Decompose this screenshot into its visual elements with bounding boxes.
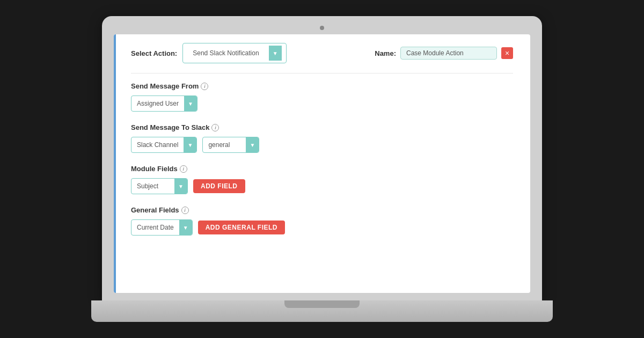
send-message-to-slack-section: Send Message To Slack i Slack Channel ▼ …: [131, 123, 513, 153]
module-fields-section: Module Fields i Subject ▼ ADD FIELD: [131, 165, 513, 194]
module-fields-row: Subject ▼ ADD FIELD: [131, 178, 513, 194]
slack-channel-dropdown[interactable]: Slack Channel ▼: [131, 137, 197, 153]
close-button[interactable]: ×: [501, 47, 513, 59]
general-fields-dropdown[interactable]: Current Date ▼: [131, 219, 193, 236]
main-content: Select Action: Send Slack Notification ▼…: [114, 34, 530, 293]
send-message-to-slack-info-icon[interactable]: i: [211, 124, 219, 131]
general-fields-value: Current Date: [131, 221, 179, 234]
general-fields-caret-icon: ▼: [179, 220, 192, 235]
module-fields-dropdown[interactable]: Subject ▼: [131, 178, 188, 194]
laptop-base: [91, 300, 553, 322]
add-field-button[interactable]: ADD FIELD: [193, 179, 245, 193]
send-message-to-slack-fields: Slack Channel ▼ general ▼: [131, 137, 513, 153]
top-row: Select Action: Send Slack Notification ▼…: [131, 43, 513, 63]
general-fields-row: Current Date ▼ ADD GENERAL FIELD: [131, 219, 513, 236]
slack-channel-name-caret-icon: ▼: [246, 137, 259, 152]
select-action-label: Select Action:: [131, 49, 177, 57]
module-fields-info-icon[interactable]: i: [180, 165, 187, 173]
name-group: Name: ×: [375, 47, 513, 60]
send-message-from-value: Assigned User: [131, 97, 184, 110]
select-action-group: Select Action: Send Slack Notification ▼: [131, 43, 287, 63]
select-action-value: Send Slack Notification: [187, 47, 264, 60]
general-fields-title: General Fields i: [131, 206, 513, 214]
module-fields-title: Module Fields i: [131, 165, 513, 173]
slack-channel-name-value: general: [203, 138, 246, 151]
divider: [131, 73, 513, 74]
send-message-from-dropdown[interactable]: Assigned User ▼: [131, 95, 197, 112]
general-fields-info-icon[interactable]: i: [181, 207, 189, 214]
module-fields-value: Subject: [131, 180, 174, 193]
laptop-camera: [320, 26, 324, 30]
select-action-dropdown[interactable]: Send Slack Notification ▼: [182, 43, 286, 63]
name-input[interactable]: [400, 47, 497, 60]
send-message-from-caret-icon: ▼: [184, 96, 197, 111]
send-message-from-fields: Assigned User ▼: [131, 95, 513, 112]
slack-channel-name-dropdown[interactable]: general ▼: [202, 137, 259, 153]
send-message-from-section: Send Message From i Assigned User ▼: [131, 82, 513, 112]
select-action-caret-icon: ▼: [269, 46, 282, 61]
add-general-field-button[interactable]: ADD GENERAL FIELD: [198, 221, 285, 234]
slack-channel-value: Slack Channel: [131, 138, 184, 151]
name-label: Name:: [375, 49, 396, 57]
send-message-from-info-icon[interactable]: i: [201, 83, 208, 90]
slack-channel-caret-icon: ▼: [184, 137, 196, 152]
send-message-to-slack-title: Send Message To Slack i: [131, 123, 513, 131]
left-bar: [114, 34, 116, 293]
laptop-base-center: [284, 300, 360, 308]
send-message-from-title: Send Message From i: [131, 82, 513, 90]
general-fields-section: General Fields i Current Date ▼ ADD GENE…: [131, 206, 513, 236]
laptop-screen: Select Action: Send Slack Notification ▼…: [114, 34, 530, 293]
module-fields-caret-icon: ▼: [174, 179, 187, 194]
